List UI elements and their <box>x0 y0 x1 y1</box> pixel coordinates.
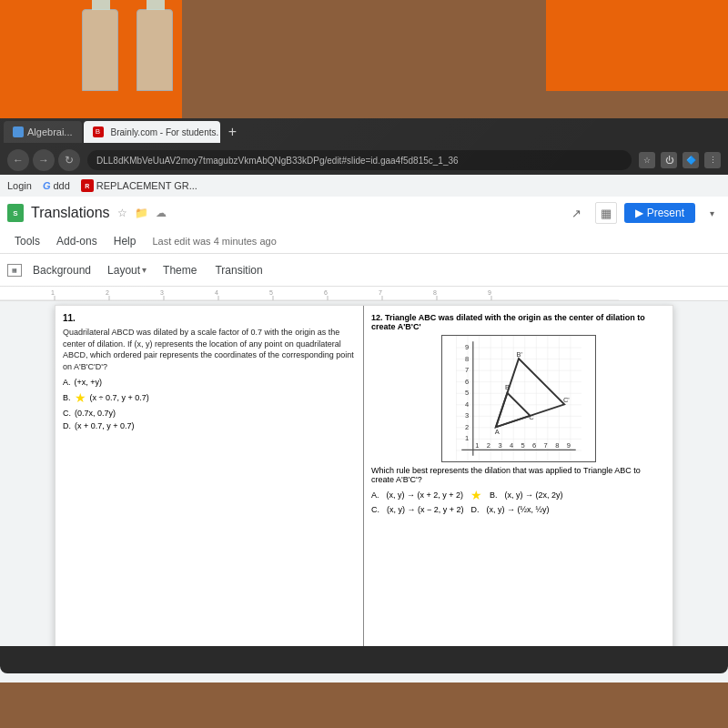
bookmark-google[interactable]: G ddd <box>43 180 70 191</box>
present-button[interactable]: ▶ Present <box>624 203 695 223</box>
svg-text:A: A <box>494 428 499 436</box>
svg-text:8: 8 <box>433 289 437 296</box>
orange-corner-right <box>546 0 728 91</box>
svg-text:B: B <box>504 383 509 391</box>
svg-text:4: 4 <box>465 400 469 409</box>
grid-icon[interactable]: ▦ <box>595 202 617 224</box>
slides-app: S Translations ☆ 📁 ☁ ↗ ▦ ▶ Present ▾ <box>0 197 728 682</box>
slides-menu-bar: Tools Add-ons Help Last edit was 4 minut… <box>0 229 728 253</box>
toolbar-theme-btn[interactable]: Theme <box>156 261 204 279</box>
analytics-icon[interactable]: ↗ <box>566 202 588 224</box>
svg-text:2: 2 <box>106 289 109 296</box>
slides-title-bar: S Translations ☆ 📁 ☁ ↗ ▦ ▶ Present ▾ <box>0 197 728 229</box>
choice-12-c-text: (x, y) → (x − 2, y + 2) <box>387 505 464 514</box>
problem-12-number: 12. Triangle ABC was dilated with the or… <box>371 313 665 331</box>
browser-chrome: Algebrai... B Brainly.com - For students… <box>0 118 728 197</box>
svg-text:C': C' <box>562 396 569 404</box>
svg-text:7: 7 <box>465 366 469 374</box>
svg-text:6: 6 <box>324 289 328 296</box>
reload-button[interactable]: ↻ <box>58 149 80 171</box>
tab-brainly[interactable]: B Brainly.com - For students. By st... <box>84 121 220 143</box>
nav-buttons: ← → ↻ <box>7 149 80 171</box>
last-edit-text: Last edit was 4 minutes ago <box>152 236 276 247</box>
svg-text:1: 1 <box>51 289 55 296</box>
problem-12-answers: A. (x, y) → (x + 2, y + 2) ★ B. (x, y) →… <box>371 488 665 514</box>
slides-title: Translations <box>31 205 110 221</box>
bookmark-login[interactable]: Login <box>7 180 32 191</box>
svg-text:8: 8 <box>555 441 559 450</box>
ruler: 1 2 3 4 5 6 7 8 9 <box>0 287 728 301</box>
choice-12-d-label: D. <box>471 505 480 514</box>
tab-bar: Algebrai... B Brainly.com - For students… <box>0 118 728 146</box>
svg-text:3: 3 <box>160 289 164 296</box>
choice-11-d: D. (x + 0.7, y + 0.7) <box>63 421 356 430</box>
bottle-2 <box>136 9 173 91</box>
svg-text:2: 2 <box>486 441 490 450</box>
bookmarks-bar: Login G ddd R REPLACEMENT GR... <box>0 175 728 197</box>
bookmark-replacement[interactable]: R REPLACEMENT GR... <box>81 179 197 192</box>
choice-12-a-text: (x, y) → (x + 2, y + 2) <box>387 490 464 500</box>
choice-11-c: C. (0.7x, 0.7y) <box>63 409 356 418</box>
problem-12-question: Which rule best represents the dilation … <box>371 466 665 484</box>
ruler-svg: 1 2 3 4 5 6 7 8 9 <box>0 287 619 301</box>
present-dropdown-icon[interactable]: ▾ <box>703 202 721 224</box>
graph-svg: 1 2 3 4 5 6 7 8 9 1 <box>442 336 595 461</box>
svg-text:1: 1 <box>475 441 479 450</box>
svg-text:5: 5 <box>521 441 524 450</box>
puzzle-icon[interactable]: 🔷 <box>682 152 699 168</box>
google-icon: G <box>43 180 51 191</box>
problem-11-number: 11. <box>63 313 356 323</box>
svg-text:6: 6 <box>532 441 536 450</box>
slide-content-area: 11. Quadrilateral ABCD was dilated by a … <box>0 301 728 663</box>
address-bar: ← → ↻ DLL8dKMbVeUuAV2moy7tmagubzVkmAbQNg… <box>0 146 728 175</box>
power-icon[interactable]: ⏻ <box>661 152 677 168</box>
laptop-bottom-bezel <box>0 646 728 673</box>
bottles-decoration <box>82 9 173 91</box>
svg-text:C: C <box>529 413 534 421</box>
answer-row-12-cd: C. (x, y) → (x − 2, y + 2) D. (x, y) → (… <box>371 505 665 514</box>
tab-favicon-algebra <box>13 126 24 137</box>
tab-add-button[interactable]: + <box>222 121 244 143</box>
svg-text:4: 4 <box>215 289 218 296</box>
forward-button[interactable]: → <box>33 149 55 171</box>
svg-text:1: 1 <box>465 434 469 442</box>
tab-algebra[interactable]: Algebrai... <box>4 121 82 143</box>
choice-12-a-letter: A. <box>371 490 379 500</box>
svg-text:7: 7 <box>543 441 547 450</box>
problem-12-graph: 1 2 3 4 5 6 7 8 9 1 <box>441 335 596 462</box>
choice-11-b: B. ★ (x ÷ 0.7, y + 0.7) <box>63 390 356 405</box>
menu-addons[interactable]: Add-ons <box>49 233 105 249</box>
slides-logo-icon: S <box>7 204 24 222</box>
menu-help[interactable]: Help <box>106 233 144 249</box>
star-b-icon: ★ <box>75 390 86 405</box>
svg-text:B': B' <box>516 350 522 359</box>
choice-12-c-letter: C. <box>371 505 379 514</box>
star-title-icon[interactable]: ☆ <box>117 207 127 219</box>
url-bar[interactable]: DLL8dKMbVeUuAV2moy7tmagubzVkmAbQNgB33kDP… <box>87 150 632 170</box>
star-bookmark-icon[interactable]: ☆ <box>639 152 655 168</box>
layout-dropdown-arrow: ▾ <box>142 265 147 275</box>
tab-favicon-brainly: B <box>93 126 104 137</box>
slides-toolbar: ▦ Background Layout ▾ Theme Transition <box>0 253 728 286</box>
svg-text:8: 8 <box>465 355 469 363</box>
problem-11-cell: 11. Quadrilateral ABCD was dilated by a … <box>56 306 364 659</box>
toolbar-background-btn[interactable]: Background <box>25 261 98 279</box>
menu-tools[interactable]: Tools <box>7 233 47 249</box>
svg-text:7: 7 <box>379 289 382 296</box>
choice-12-b-text: (x, y) → (2x, 2y) <box>505 490 563 500</box>
replacement-favicon: R <box>81 179 94 192</box>
toolbar-layout-btn[interactable]: Layout ▾ <box>102 261 152 279</box>
problem-12-cell: 12. Triangle ABC was dilated with the or… <box>364 306 672 659</box>
svg-text:9: 9 <box>488 289 491 296</box>
present-area: ↗ ▦ ▶ Present ▾ <box>566 202 721 224</box>
back-button[interactable]: ← <box>7 149 29 171</box>
folder-title-icon[interactable]: 📁 <box>135 207 148 219</box>
choice-12-b-letter: B. <box>490 490 498 500</box>
cloud-title-icon[interactable]: ☁ <box>156 207 167 219</box>
svg-text:9: 9 <box>566 441 570 450</box>
slide-canvas[interactable]: 11. Quadrilateral ABCD was dilated by a … <box>55 305 673 660</box>
problem-11-text: Quadrilateral ABCD was dilated by a scal… <box>63 327 356 372</box>
menu-icon[interactable]: ⋮ <box>704 152 721 168</box>
svg-text:4: 4 <box>509 441 512 450</box>
toolbar-transition-btn[interactable]: Transition <box>207 261 269 279</box>
